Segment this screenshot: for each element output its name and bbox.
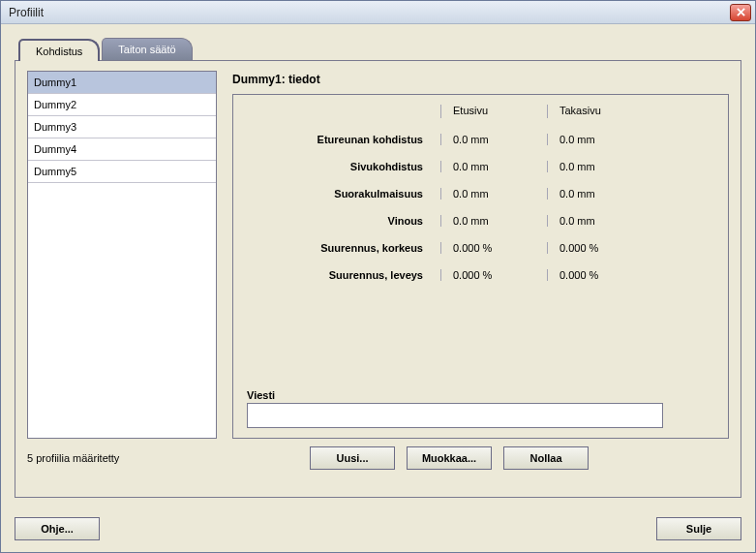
tab-taiton-saato[interactable]: Taiton säätö (102, 38, 192, 60)
cell-value: 0.0 mm (440, 161, 547, 172)
tab-kohdistus[interactable]: Kohdistus (18, 39, 100, 61)
tab-panel: Dummy1 Dummy2 Dummy3 Dummy4 Dummy5 (15, 60, 741, 498)
cell-value: 0.0 mm (547, 215, 653, 227)
row-label: Suurennus, korkeus (247, 242, 440, 254)
list-item-label: Dummy1 (34, 77, 76, 88)
profile-count-label: 5 profiilia määritetty (27, 452, 232, 464)
edit-button[interactable]: Muokkaa... (407, 446, 492, 470)
row-label: Sivukohdistus (247, 161, 440, 172)
tab-label: Taiton säätö (118, 44, 175, 55)
row-label: Suurennus, leveys (247, 269, 440, 281)
list-item[interactable]: Dummy5 (28, 161, 216, 183)
action-button-row: Uusi... Muokkaa... Nollaa (310, 446, 589, 470)
list-item[interactable]: Dummy3 (28, 116, 216, 138)
cell-value: 0.000 % (440, 242, 547, 254)
window: Profiilit Kohdistus Taiton säätö Dummy1 (0, 0, 756, 553)
list-item-label: Dummy5 (34, 166, 76, 177)
cell-value: 0.0 mm (547, 188, 653, 200)
cell-value: 0.0 mm (440, 134, 547, 145)
list-item-label: Dummy3 (34, 121, 76, 133)
list-item[interactable]: Dummy4 (28, 138, 216, 161)
tab-bar: Kohdistus Taiton säätö (18, 38, 741, 60)
list-item-label: Dummy2 (34, 99, 76, 110)
panel-row: Dummy1 Dummy2 Dummy3 Dummy4 Dummy5 (27, 71, 729, 439)
cell-value: 0.0 mm (547, 161, 653, 172)
row-label: Etureunan kohdistus (247, 134, 440, 145)
tab-label: Kohdistus (36, 46, 82, 57)
window-close-button[interactable] (730, 4, 751, 21)
cell-value: 0.0 mm (440, 215, 547, 227)
row-label: Suorakulmaisuus (247, 188, 440, 200)
message-label: Viesti (247, 389, 714, 401)
column-header-back: Takasivu (547, 105, 653, 118)
cell-value: 0.0 mm (547, 134, 653, 145)
details-pane: Dummy1: tiedot Etusivu Takasivu Etureuna… (232, 71, 729, 439)
details-box: Etusivu Takasivu Etureunan kohdistus 0.0… (232, 94, 729, 439)
grid-header-spacer (247, 110, 440, 112)
help-button[interactable]: Ohje... (15, 517, 100, 540)
titlebar: Profiilit (1, 1, 755, 24)
reset-button[interactable]: Nollaa (503, 446, 589, 470)
list-item[interactable]: Dummy1 (28, 72, 216, 94)
column-header-front: Etusivu (440, 105, 547, 118)
row-label: Vinous (247, 215, 440, 227)
close-icon (737, 8, 745, 16)
message-input[interactable] (247, 403, 663, 428)
below-row: 5 profiilia määritetty Uusi... Muokkaa..… (27, 446, 729, 470)
list-item-label: Dummy4 (34, 143, 76, 155)
details-title: Dummy1: tiedot (232, 73, 729, 86)
close-button[interactable]: Sulje (656, 517, 741, 540)
new-button[interactable]: Uusi... (310, 446, 395, 470)
bottom-bar: Ohje... Sulje (1, 507, 755, 552)
list-item[interactable]: Dummy2 (28, 94, 216, 116)
cell-value: 0.000 % (440, 269, 547, 281)
cell-value: 0.000 % (547, 269, 653, 281)
profile-list[interactable]: Dummy1 Dummy2 Dummy3 Dummy4 Dummy5 (27, 71, 217, 439)
cell-value: 0.0 mm (440, 188, 547, 200)
details-grid: Etusivu Takasivu Etureunan kohdistus 0.0… (247, 105, 714, 281)
window-title: Profiilit (9, 6, 44, 19)
content-area: Kohdistus Taiton säätö Dummy1 Dummy2 Dum… (1, 24, 755, 507)
cell-value: 0.000 % (547, 242, 653, 254)
